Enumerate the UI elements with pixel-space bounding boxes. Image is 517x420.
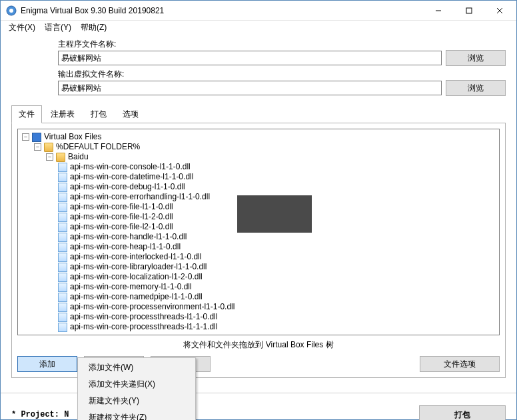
tree-file-label: api-ms-win-core-file-l1-1-0.dll (70, 202, 173, 212)
tree-file[interactable]: api-ms-win-core-console-l1-1-0.dll (58, 162, 496, 172)
tree-file-label: api-ms-win-core-libraryloader-l1-1-0.dll (70, 262, 207, 272)
add-button[interactable]: 添加 (17, 356, 77, 372)
main-file-input[interactable] (58, 51, 442, 65)
tree-file[interactable]: api-ms-win-core-heap-l1-1-0.dll (58, 242, 496, 252)
tree-root[interactable]: − Virtual Box Files (22, 132, 496, 142)
tab-files[interactable]: 文件 (11, 105, 42, 123)
tree-file-label: api-ms-win-core-debug-l1-1-0.dll (70, 182, 185, 192)
tab-strip: 文件 注册表 打包 选项 (11, 105, 506, 123)
collapse-icon[interactable]: − (34, 143, 41, 151)
file-icon (58, 243, 67, 252)
ctx-add-folder-recursive[interactable]: 添加文件夹递归(X) (79, 376, 194, 393)
add-context-menu: 添加文件(W) 添加文件夹递归(X) 新建文件夹(Y) 新建根文件夹(Z) (77, 357, 196, 420)
tab-registry[interactable]: 注册表 (43, 105, 82, 123)
tree-file-label: api-ms-win-core-processthreads-l1-1-1.dl… (70, 322, 217, 332)
pack-button[interactable]: 打包 (419, 405, 506, 420)
tree-file[interactable]: api-ms-win-core-datetime-l1-1-0.dll (58, 172, 496, 182)
tree-root-icon (32, 133, 41, 142)
tree-file[interactable]: api-ms-win-core-handle-l1-1-0.dll (58, 232, 496, 242)
tree-file-label: api-ms-win-core-handle-l1-1-0.dll (70, 232, 187, 242)
tree-file[interactable]: api-ms-win-core-localization-l1-2-0.dll (58, 272, 496, 282)
tree-file-label: api-ms-win-core-heap-l1-1-0.dll (70, 242, 181, 252)
tree-file-label: api-ms-win-core-interlocked-l1-1-0.dll (70, 252, 201, 262)
tree-file[interactable]: api-ms-win-core-debug-l1-1-0.dll (58, 182, 496, 192)
tab-packaging[interactable]: 打包 (83, 105, 114, 123)
file-icon (58, 323, 67, 332)
file-icon (58, 233, 67, 242)
tree-file-label: api-ms-win-core-memory-l1-1-0.dll (70, 282, 192, 292)
tree-file-label: api-ms-win-core-processthreads-l1-1-0.dl… (70, 312, 217, 322)
menubar: 文件(X) 语言(Y) 帮助(Z) (1, 21, 516, 35)
file-icon (58, 313, 67, 322)
tree-file[interactable]: api-ms-win-core-interlocked-l1-1-0.dll (58, 252, 496, 262)
tree-file-label: api-ms-win-core-namedpipe-l1-1-0.dll (70, 292, 203, 302)
file-icon (58, 263, 67, 272)
file-icon (58, 173, 67, 182)
tab-options[interactable]: 选项 (115, 105, 146, 123)
window-buttons (423, 1, 515, 21)
tree-file[interactable]: api-ms-win-core-namedpipe-l1-1-0.dll (58, 292, 496, 302)
tree-file[interactable]: api-ms-win-core-processenvironment-l1-1-… (58, 302, 496, 312)
file-icon (58, 283, 67, 292)
tree-file-label: api-ms-win-core-file-l2-1-0.dll (70, 222, 173, 232)
titlebar: Enigma Virtual Box 9.30 Build 20190821 (1, 1, 516, 21)
browse-main-button[interactable]: 浏览 (446, 50, 506, 66)
tree-file-label: api-ms-win-core-console-l1-1-0.dll (70, 162, 191, 172)
file-icon (58, 303, 67, 312)
tree-file[interactable]: api-ms-win-core-processthreads-l1-1-1.dl… (58, 322, 496, 332)
tree-default-folder[interactable]: − %DEFAULT FOLDER% (34, 142, 496, 152)
close-button[interactable] (484, 1, 515, 21)
tree-root-label: Virtual Box Files (44, 132, 101, 142)
menu-help[interactable]: 帮助(Z) (77, 21, 111, 35)
tree-folder-label: %DEFAULT FOLDER% (56, 142, 140, 152)
output-file-input[interactable] (58, 81, 442, 95)
tree-folder-label: Baidu (68, 152, 89, 162)
output-file-label: 输出虚拟文件名称: (58, 69, 506, 80)
window-title: Enigma Virtual Box 9.30 Build 20190821 (21, 6, 423, 15)
file-icon (58, 203, 67, 212)
file-icon (58, 223, 67, 232)
file-icon (58, 273, 67, 282)
tree-file[interactable]: api-ms-win-core-processthreads-l1-1-0.dl… (58, 312, 496, 322)
collapse-icon[interactable]: − (46, 153, 53, 161)
collapse-icon[interactable]: − (22, 133, 29, 141)
folder-icon (56, 153, 65, 162)
main-file-label: 主程序文件名称: (58, 39, 506, 50)
tab-body: − Virtual Box Files − %DEFAULT FOLDER% (11, 123, 506, 378)
file-icon (58, 213, 67, 222)
file-icon (58, 193, 67, 202)
tree-file-label: api-ms-win-core-processenvironment-l1-1-… (70, 302, 235, 312)
drop-hint: 将文件和文件夹拖放到 Virtual Box Files 树 (17, 335, 500, 355)
ctx-new-root-folder[interactable]: 新建根文件夹(Z) (79, 409, 194, 420)
file-options-button[interactable]: 文件选项 (420, 356, 500, 372)
redaction-block (237, 195, 312, 233)
project-status: * Project: N (11, 410, 69, 419)
menu-file[interactable]: 文件(X) (5, 21, 39, 35)
svg-point-1 (9, 9, 13, 13)
browse-output-button[interactable]: 浏览 (446, 80, 506, 96)
file-icon (58, 183, 67, 192)
file-icon (58, 293, 67, 302)
tree-file-label: api-ms-win-core-localization-l1-2-0.dll (70, 272, 203, 282)
maximize-button[interactable] (454, 1, 484, 21)
minimize-button[interactable] (423, 1, 454, 21)
file-icon (58, 253, 67, 262)
tree-file-label: api-ms-win-core-datetime-l1-1-0.dll (70, 172, 193, 182)
ctx-add-file[interactable]: 添加文件(W) (79, 359, 194, 376)
file-icon (58, 163, 67, 172)
tree-file[interactable]: api-ms-win-core-libraryloader-l1-1-0.dll (58, 262, 496, 272)
tree-baidu-folder[interactable]: − Baidu (46, 152, 496, 162)
tree-file[interactable]: api-ms-win-core-memory-l1-1-0.dll (58, 282, 496, 292)
app-icon (6, 5, 17, 16)
svg-rect-3 (466, 8, 472, 13)
ctx-new-folder[interactable]: 新建文件夹(Y) (79, 393, 194, 409)
menu-language[interactable]: 语言(Y) (41, 21, 75, 35)
folder-icon (44, 143, 53, 152)
tree-file-label: api-ms-win-core-errorhandling-l1-1-0.dll (70, 192, 210, 202)
tree-file-label: api-ms-win-core-file-l1-2-0.dll (70, 212, 173, 222)
